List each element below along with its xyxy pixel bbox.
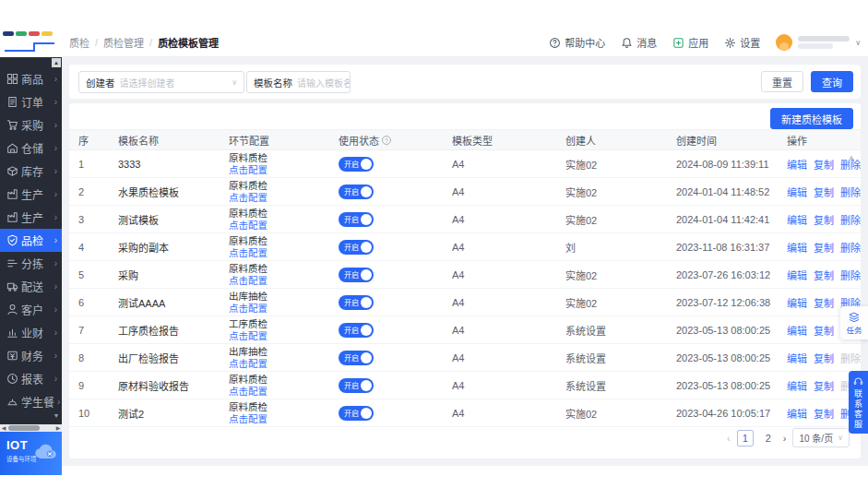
configure-link[interactable]: 点击配置 — [229, 303, 339, 315]
search-button[interactable]: 查询 — [811, 71, 853, 92]
edit-link[interactable]: 编辑 — [787, 406, 807, 421]
edit-link[interactable]: 编辑 — [787, 157, 807, 172]
status-toggle[interactable]: 开启 — [339, 406, 374, 421]
new-template-button[interactable]: 新建质检模板 — [770, 108, 853, 129]
copy-link[interactable]: 复制 — [814, 268, 834, 282]
chevron-right-icon: › — [54, 144, 57, 153]
sidebar-item-factory[interactable]: 生产› — [0, 206, 62, 229]
sidebar-item-shield-check[interactable]: 品检› — [0, 229, 62, 252]
cell-create-time: 2023-04-26 10:05:17 — [676, 408, 787, 419]
edit-link[interactable]: 编辑 — [787, 351, 807, 365]
configure-link[interactable]: 点击配置 — [229, 275, 339, 287]
configure-link[interactable]: 点击配置 — [229, 358, 339, 370]
status-toggle[interactable]: 开启 — [339, 212, 374, 227]
delete-link[interactable]: 删除 — [840, 268, 861, 282]
topbar-action-help-circle[interactable]: 帮助中心 — [549, 35, 605, 50]
page-number-1[interactable]: 1 — [737, 430, 754, 446]
status-toggle[interactable]: 开启 — [339, 323, 374, 338]
sidebar-item-truck[interactable]: 配送› — [0, 275, 62, 298]
template-name-input[interactable]: 模板名称 请输入模板名称 — [246, 71, 351, 93]
sidebar-item-money[interactable]: 财务› — [0, 344, 62, 367]
edit-link[interactable]: 编辑 — [787, 212, 807, 227]
copy-link[interactable]: 复制 — [814, 240, 834, 255]
configure-link[interactable]: 点击配置 — [229, 330, 339, 342]
edit-link[interactable]: 编辑 — [787, 295, 807, 310]
chevron-down-icon: ∨ — [232, 78, 237, 87]
page-number-2[interactable]: 2 — [760, 430, 777, 446]
edit-link[interactable]: 编辑 — [787, 185, 807, 199]
status-toggle[interactable]: 开启 — [339, 351, 374, 365]
sidebar-item-label: 配送 — [21, 279, 43, 294]
copy-link[interactable]: 复制 — [814, 378, 834, 393]
iot-panel[interactable]: IOT 设备与环境 — [0, 432, 62, 475]
edit-link[interactable]: 编辑 — [787, 323, 807, 338]
cell-creator: 系统设置 — [565, 323, 676, 338]
copy-link[interactable]: 复制 — [814, 185, 834, 199]
cell-creator: 实施02 — [565, 295, 676, 310]
cell-template-type: A4 — [452, 159, 565, 170]
sidebar-item-warehouse[interactable]: 仓储› — [0, 137, 62, 160]
sidebar-item-order-doc[interactable]: 订单› — [0, 90, 62, 113]
edit-link[interactable]: 编辑 — [787, 268, 807, 282]
sidebar-item-cart[interactable]: 采购› — [0, 113, 62, 137]
sidebar-horizontal-scrollbar[interactable]: ◀ ▶ — [0, 424, 62, 432]
sidebar-scroll-up-icon[interactable]: ▲ — [52, 58, 61, 67]
page-size-select[interactable]: 10 条/页 ∨ — [792, 428, 850, 447]
edit-link[interactable]: 编辑 — [787, 240, 807, 255]
status-toggle[interactable]: 开启 — [339, 185, 374, 199]
sidebar-item-sort-lines[interactable]: 分拣› — [0, 252, 62, 275]
creator-select[interactable]: 创建者 请选择创建者 ∨ — [78, 71, 244, 93]
delete-link[interactable]: 删除 — [840, 212, 861, 227]
copy-link[interactable]: 复制 — [814, 295, 834, 310]
cell-creator: 实施02 — [565, 185, 676, 199]
status-toggle[interactable]: 开启 — [339, 378, 374, 393]
status-on-label: 开启 — [344, 269, 359, 280]
breadcrumb-item[interactable]: 质检 — [69, 35, 89, 50]
breadcrumb-item[interactable]: 质检管理 — [103, 35, 144, 50]
status-toggle[interactable]: 开启 — [339, 157, 374, 172]
sidebar-item-person[interactable]: 客户› — [0, 298, 62, 321]
configure-link[interactable]: 点击配置 — [229, 386, 339, 398]
delete-link[interactable]: 删除 — [840, 240, 861, 255]
sidebar-scroll-down-icon[interactable]: ▼ — [52, 410, 61, 421]
configure-link[interactable]: 点击配置 — [229, 220, 339, 232]
status-on-label: 开启 — [344, 297, 359, 307]
sidebar-item-factory[interactable]: 生产› — [0, 183, 62, 206]
support-float-tab[interactable]: 联系客服 — [849, 371, 868, 434]
sidebar-item-clock[interactable]: 报表› — [0, 367, 62, 390]
info-icon[interactable]: ? — [382, 136, 391, 145]
tasks-float-tab[interactable]: 任务 — [840, 306, 868, 339]
sidebar-item-bar-chart[interactable]: 业财› — [0, 321, 62, 344]
status-toggle[interactable]: 开启 — [339, 240, 374, 255]
delete-link[interactable]: 删除 — [840, 185, 861, 199]
copy-link[interactable]: 复制 — [814, 212, 834, 227]
clock-icon — [6, 373, 18, 385]
configure-link[interactable]: 点击配置 — [229, 247, 339, 259]
topbar-action-app-square[interactable]: 应用 — [672, 35, 708, 50]
copy-link[interactable]: 复制 — [814, 406, 834, 421]
avatar[interactable] — [776, 34, 792, 51]
reset-button[interactable]: 重置 — [761, 71, 803, 92]
copy-link[interactable]: 复制 — [814, 157, 834, 172]
status-toggle[interactable]: 开启 — [339, 268, 374, 282]
prev-page-icon[interactable]: ‹ — [727, 433, 731, 444]
configure-link[interactable]: 点击配置 — [229, 164, 339, 176]
configure-link[interactable]: 点击配置 — [229, 192, 339, 204]
chevron-down-icon: ∨ — [838, 434, 843, 442]
sidebar-item-inventory-box[interactable]: 库存› — [0, 160, 62, 183]
edit-link[interactable]: 编辑 — [787, 378, 807, 393]
sidebar-item-grid[interactable]: 商品› — [0, 67, 62, 90]
cell-creator: 实施02 — [565, 406, 676, 421]
copy-link[interactable]: 复制 — [814, 323, 834, 338]
next-page-icon[interactable]: › — [783, 433, 787, 444]
scroll-right-icon[interactable]: ▶ — [54, 424, 62, 432]
user-menu[interactable]: ∨ — [776, 34, 861, 51]
topbar-action-gear[interactable]: 设置 — [724, 35, 760, 50]
status-toggle[interactable]: 开启 — [339, 295, 374, 310]
table-scroll-up-icon[interactable]: ▲ — [848, 153, 855, 161]
scrollbar-thumb[interactable] — [8, 425, 40, 431]
copy-link[interactable]: 复制 — [814, 351, 834, 365]
scroll-left-icon[interactable]: ◀ — [0, 424, 7, 432]
topbar-action-bell[interactable]: 消息 — [621, 35, 657, 50]
configure-link[interactable]: 点击配置 — [229, 413, 339, 425]
